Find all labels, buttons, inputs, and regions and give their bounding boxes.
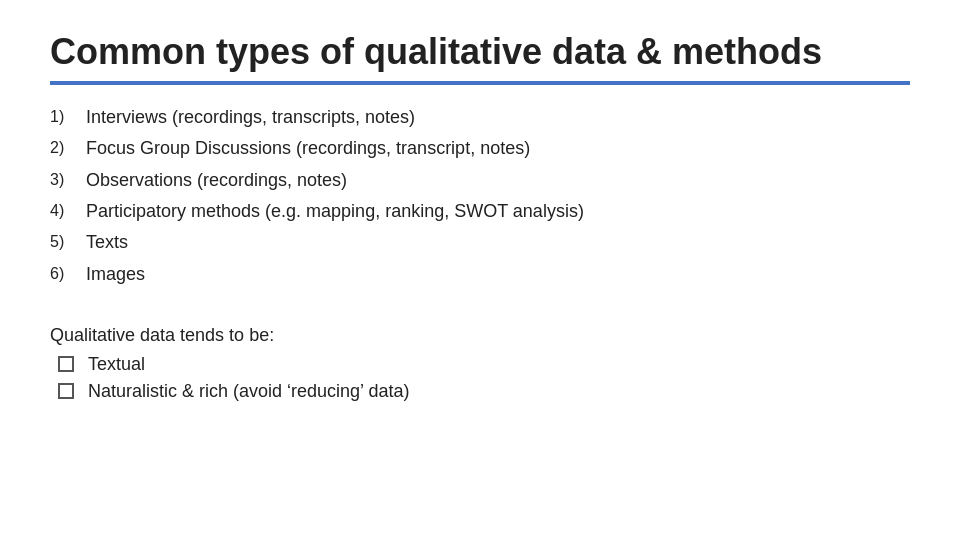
checkbox-list: TextualNaturalistic & rich (avoid ‘reduc…: [50, 354, 910, 402]
checkbox-icon: [58, 383, 74, 399]
checkbox-item: Textual: [50, 354, 910, 375]
list-number: 6): [50, 262, 86, 285]
list-text: Images: [86, 262, 145, 286]
list-text: Focus Group Discussions (recordings, tra…: [86, 136, 530, 160]
checkbox-label: Textual: [88, 354, 145, 375]
list-item: 6)Images: [50, 262, 910, 286]
list-text: Observations (recordings, notes): [86, 168, 347, 192]
list-item: 2)Focus Group Discussions (recordings, t…: [50, 136, 910, 160]
qualitative-section: Qualitative data tends to be: TextualNat…: [50, 325, 910, 408]
list-text: Participatory methods (e.g. mapping, ran…: [86, 199, 584, 223]
content-area: 1)Interviews (recordings, transcripts, n…: [50, 105, 910, 408]
checkbox-item: Naturalistic & rich (avoid ‘reducing’ da…: [50, 381, 910, 402]
title-block: Common types of qualitative data & metho…: [50, 30, 910, 85]
numbered-list: 1)Interviews (recordings, transcripts, n…: [50, 105, 910, 293]
checkbox-icon: [58, 356, 74, 372]
list-number: 5): [50, 230, 86, 253]
list-text: Interviews (recordings, transcripts, not…: [86, 105, 415, 129]
qualitative-heading: Qualitative data tends to be:: [50, 325, 910, 346]
title-underline: [50, 81, 910, 85]
list-item: 4)Participatory methods (e.g. mapping, r…: [50, 199, 910, 223]
list-number: 1): [50, 105, 86, 128]
slide-title: Common types of qualitative data & metho…: [50, 30, 910, 73]
checkbox-label: Naturalistic & rich (avoid ‘reducing’ da…: [88, 381, 409, 402]
slide: Common types of qualitative data & metho…: [0, 0, 960, 540]
list-text: Texts: [86, 230, 128, 254]
list-number: 3): [50, 168, 86, 191]
list-number: 4): [50, 199, 86, 222]
list-item: 5)Texts: [50, 230, 910, 254]
list-item: 3)Observations (recordings, notes): [50, 168, 910, 192]
list-number: 2): [50, 136, 86, 159]
list-item: 1)Interviews (recordings, transcripts, n…: [50, 105, 910, 129]
